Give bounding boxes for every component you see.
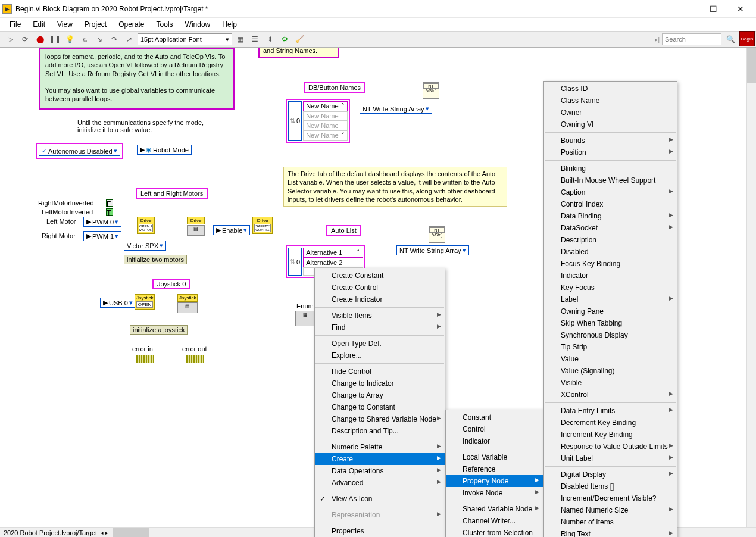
- menu-help[interactable]: Help: [216, 19, 243, 30]
- ctx1-create-indicator[interactable]: Create Indicator: [315, 294, 445, 305]
- ctx1-advanced[interactable]: Advanced: [315, 477, 445, 489]
- ctx2-indicator[interactable]: Indicator: [446, 435, 543, 447]
- stop-icon[interactable]: ⬤: [33, 33, 46, 46]
- ctx1-explore[interactable]: Explore...: [315, 349, 445, 361]
- font-selector[interactable]: 15pt Application Font▾: [138, 33, 232, 45]
- menu-project[interactable]: Project: [79, 19, 113, 30]
- pwm1[interactable]: ▶PWM 1▾: [83, 231, 121, 241]
- ctx1-hide-control[interactable]: Hide Control: [315, 366, 445, 377]
- ctx2-reference[interactable]: Reference: [446, 463, 543, 475]
- drive-yel-2[interactable]: Drive: [187, 217, 205, 224]
- ctx1-numeric-palette[interactable]: Numeric Palette: [315, 441, 445, 453]
- resize-icon[interactable]: ⬍: [264, 33, 277, 46]
- retain-wire-icon[interactable]: ⎌: [78, 33, 91, 46]
- lmi-bool[interactable]: T: [106, 208, 113, 216]
- ctx2-svn[interactable]: Shared Variable Node: [446, 503, 543, 515]
- menu-view[interactable]: View: [51, 19, 79, 30]
- ctx3-dec-key-binding[interactable]: Decrement Key Binding: [544, 417, 677, 429]
- ctx3-owning-pane[interactable]: Owning Pane: [544, 305, 677, 317]
- ctx1-change-to-array[interactable]: Change to Array: [315, 389, 445, 401]
- minimize-button[interactable]: —: [673, 1, 700, 17]
- step-over-icon[interactable]: ↷: [108, 33, 121, 46]
- ctx3-skip-when-tabbing[interactable]: Skip When Tabbing: [544, 317, 677, 329]
- button-names-array[interactable]: ⇅0 New Name˄ New Name New Name New Name˅: [286, 99, 350, 143]
- ctx1-visible-items[interactable]: Visible Items: [315, 310, 445, 321]
- reorder-icon[interactable]: ⚙: [279, 33, 292, 46]
- vertical-scrollbar[interactable]: [746, 48, 756, 527]
- ctx3-focus-key-binding[interactable]: Focus Key Binding: [544, 258, 677, 270]
- menu-tools[interactable]: Tools: [151, 19, 179, 30]
- error-out-terminal[interactable]: [186, 355, 204, 363]
- ctx3-bounds[interactable]: Bounds: [544, 135, 677, 146]
- align-icon[interactable]: ▦: [234, 33, 247, 46]
- ctx1-properties[interactable]: Properties: [315, 525, 445, 537]
- drive-gray-1[interactable]: ▤: [187, 225, 205, 236]
- drive-open2motor[interactable]: DriveOPEN 2 MOTOR: [137, 217, 155, 234]
- ctx3-owning-vi[interactable]: Owning VI: [544, 118, 677, 130]
- ctx3-disabled[interactable]: Disabled: [544, 246, 677, 258]
- ctx3-owner[interactable]: Owner: [544, 107, 677, 118]
- step-out-icon[interactable]: ↗: [123, 33, 136, 46]
- nt-write-1[interactable]: NT Write String Array▾: [360, 104, 432, 114]
- run-icon[interactable]: ▷: [4, 33, 17, 46]
- ctx1-description-tip[interactable]: Description and Tip...: [315, 425, 445, 437]
- ctx1-change-to-indicator[interactable]: Change to Indicator: [315, 377, 445, 389]
- ctx3-xcontrol[interactable]: XControl: [544, 389, 677, 401]
- nt-icon-2[interactable]: NT ✎Str[]: [429, 226, 445, 243]
- ctx3-data-entry-limits[interactable]: Data Entry Limits: [544, 405, 677, 417]
- ctx1-open-type-def[interactable]: Open Type Def.: [315, 338, 445, 349]
- ctx3-ring-text[interactable]: Ring Text: [544, 528, 677, 537]
- ctx3-key-focus[interactable]: Key Focus: [544, 282, 677, 294]
- robot-mode-node[interactable]: ▶◉Robot Mode: [137, 145, 192, 155]
- ctx3-response-value-outside[interactable]: Response to Value Outside Limits: [544, 441, 677, 452]
- pwm0[interactable]: ▶PWM 0▾: [83, 217, 121, 227]
- joystick-yel-2[interactable]: Joystick: [177, 294, 198, 302]
- ctx2-control[interactable]: Control: [446, 423, 543, 435]
- drive-safety[interactable]: DriveSAFETY CONFIG: [252, 217, 273, 234]
- ctx3-bmw[interactable]: Built-In Mouse Wheel Support: [544, 174, 677, 186]
- nt-icon-1[interactable]: NT ✎Str[]: [423, 82, 439, 99]
- enum-node[interactable]: ▦: [295, 311, 315, 326]
- ctx3-class-name[interactable]: Class Name: [544, 95, 677, 107]
- ctx2-local-variable[interactable]: Local Variable: [446, 451, 543, 463]
- ctx1-create[interactable]: Create: [315, 453, 445, 465]
- ctx2-cluster-from-selection[interactable]: Cluster from Selection: [446, 527, 543, 537]
- ctx1-create-constant[interactable]: Create Constant: [315, 270, 445, 282]
- search-input[interactable]: [662, 33, 721, 45]
- joystick-gray[interactable]: ▤: [177, 302, 198, 313]
- ctx2-invoke-node[interactable]: Invoke Node: [446, 487, 543, 499]
- ctx3-digital-display[interactable]: Digital Display: [544, 469, 677, 480]
- ctx3-inc-key-binding[interactable]: Increment Key Binding: [544, 429, 677, 441]
- ctx2-constant[interactable]: Constant: [446, 411, 543, 423]
- step-into-icon[interactable]: ↘: [93, 33, 106, 46]
- ctx3-value-signaling[interactable]: Value (Signaling): [544, 365, 677, 377]
- ctx3-disabled-items[interactable]: Disabled Items []: [544, 480, 677, 492]
- maximize-button[interactable]: ☐: [700, 1, 727, 17]
- ctx3-description[interactable]: Description: [544, 234, 677, 246]
- ctx3-synchronous-display[interactable]: Synchronous Display: [544, 329, 677, 341]
- ctx3-named-numeric-size[interactable]: Named Numeric Size: [544, 504, 677, 516]
- ctx2-property-node[interactable]: Property Node: [446, 475, 543, 487]
- ctx3-blinking[interactable]: Blinking: [544, 163, 677, 174]
- victor[interactable]: Victor SPX▾: [124, 241, 166, 251]
- ctx3-class-id[interactable]: Class ID: [544, 83, 677, 95]
- ctx3-data-binding[interactable]: Data Binding: [544, 210, 677, 222]
- ctx3-number-of-items[interactable]: Number of Items: [544, 516, 677, 528]
- ctx1-create-control[interactable]: Create Control: [315, 282, 445, 294]
- error-in-terminal[interactable]: [136, 355, 154, 363]
- ctx3-value[interactable]: Value: [544, 353, 677, 365]
- search-icon[interactable]: 🔍: [724, 33, 737, 46]
- ctx3-control-index[interactable]: Control Index: [544, 198, 677, 210]
- autonomous-disabled-constant[interactable]: ✓Autonomous Disabled▾: [39, 146, 120, 156]
- close-button[interactable]: ✕: [727, 1, 754, 17]
- ctx1-view-as-icon[interactable]: View As Icon: [315, 493, 445, 505]
- menu-edit[interactable]: Edit: [27, 19, 51, 30]
- menu-file[interactable]: File: [4, 19, 27, 30]
- ctx3-unit-label[interactable]: Unit Label: [544, 452, 677, 464]
- ctx1-find[interactable]: Find: [315, 321, 445, 333]
- block-diagram-canvas[interactable]: loops for camera, periodic, and to the A…: [0, 48, 756, 537]
- cleanup-icon[interactable]: 🧹: [293, 33, 307, 46]
- bulb-icon[interactable]: 💡: [63, 33, 76, 46]
- usb0[interactable]: ▶USB 0▾: [100, 298, 136, 308]
- ctx3-indicator[interactable]: Indicator: [544, 270, 677, 282]
